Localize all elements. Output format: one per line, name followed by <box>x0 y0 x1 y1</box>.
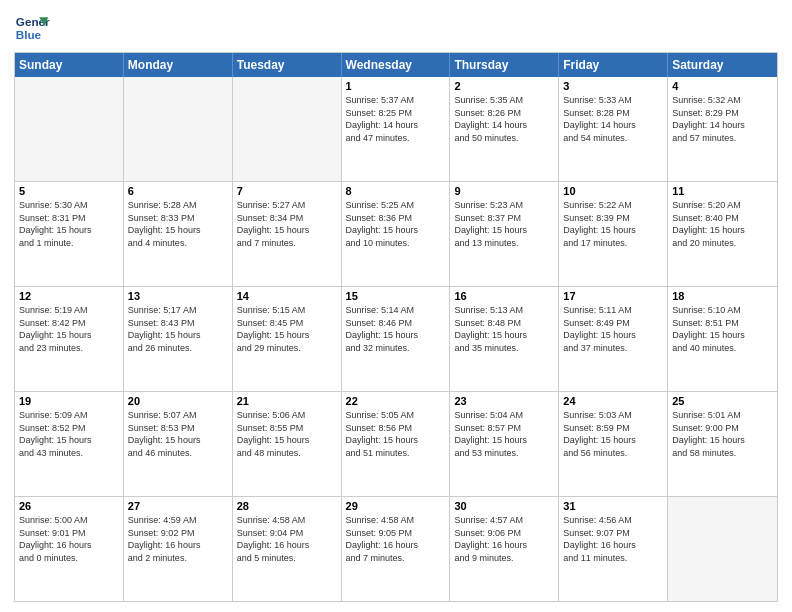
day-number: 15 <box>346 290 446 302</box>
calendar-cell: 6Sunrise: 5:28 AM Sunset: 8:33 PM Daylig… <box>124 182 233 286</box>
day-info: Sunrise: 5:01 AM Sunset: 9:00 PM Dayligh… <box>672 409 773 459</box>
calendar-cell <box>668 497 777 601</box>
calendar-header: SundayMondayTuesdayWednesdayThursdayFrid… <box>15 53 777 77</box>
day-number: 9 <box>454 185 554 197</box>
day-number: 2 <box>454 80 554 92</box>
day-number: 23 <box>454 395 554 407</box>
day-info: Sunrise: 5:35 AM Sunset: 8:26 PM Dayligh… <box>454 94 554 144</box>
day-info: Sunrise: 5:03 AM Sunset: 8:59 PM Dayligh… <box>563 409 663 459</box>
day-info: Sunrise: 4:57 AM Sunset: 9:06 PM Dayligh… <box>454 514 554 564</box>
day-header-friday: Friday <box>559 53 668 77</box>
day-info: Sunrise: 4:58 AM Sunset: 9:04 PM Dayligh… <box>237 514 337 564</box>
calendar: SundayMondayTuesdayWednesdayThursdayFrid… <box>14 52 778 602</box>
calendar-cell: 16Sunrise: 5:13 AM Sunset: 8:48 PM Dayli… <box>450 287 559 391</box>
day-info: Sunrise: 5:28 AM Sunset: 8:33 PM Dayligh… <box>128 199 228 249</box>
day-number: 18 <box>672 290 773 302</box>
day-number: 14 <box>237 290 337 302</box>
day-info: Sunrise: 5:14 AM Sunset: 8:46 PM Dayligh… <box>346 304 446 354</box>
day-header-thursday: Thursday <box>450 53 559 77</box>
day-info: Sunrise: 5:13 AM Sunset: 8:48 PM Dayligh… <box>454 304 554 354</box>
day-info: Sunrise: 4:56 AM Sunset: 9:07 PM Dayligh… <box>563 514 663 564</box>
day-info: Sunrise: 5:10 AM Sunset: 8:51 PM Dayligh… <box>672 304 773 354</box>
calendar-row: 1Sunrise: 5:37 AM Sunset: 8:25 PM Daylig… <box>15 77 777 181</box>
day-info: Sunrise: 5:17 AM Sunset: 8:43 PM Dayligh… <box>128 304 228 354</box>
day-header-wednesday: Wednesday <box>342 53 451 77</box>
header: General Blue <box>14 10 778 46</box>
day-header-saturday: Saturday <box>668 53 777 77</box>
day-number: 21 <box>237 395 337 407</box>
calendar-cell: 4Sunrise: 5:32 AM Sunset: 8:29 PM Daylig… <box>668 77 777 181</box>
calendar-cell: 19Sunrise: 5:09 AM Sunset: 8:52 PM Dayli… <box>15 392 124 496</box>
day-info: Sunrise: 4:59 AM Sunset: 9:02 PM Dayligh… <box>128 514 228 564</box>
day-info: Sunrise: 5:32 AM Sunset: 8:29 PM Dayligh… <box>672 94 773 144</box>
calendar-cell: 23Sunrise: 5:04 AM Sunset: 8:57 PM Dayli… <box>450 392 559 496</box>
day-info: Sunrise: 5:27 AM Sunset: 8:34 PM Dayligh… <box>237 199 337 249</box>
day-number: 22 <box>346 395 446 407</box>
calendar-cell <box>233 77 342 181</box>
day-info: Sunrise: 5:05 AM Sunset: 8:56 PM Dayligh… <box>346 409 446 459</box>
day-number: 6 <box>128 185 228 197</box>
calendar-cell: 1Sunrise: 5:37 AM Sunset: 8:25 PM Daylig… <box>342 77 451 181</box>
day-info: Sunrise: 5:33 AM Sunset: 8:28 PM Dayligh… <box>563 94 663 144</box>
calendar-cell: 8Sunrise: 5:25 AM Sunset: 8:36 PM Daylig… <box>342 182 451 286</box>
day-number: 13 <box>128 290 228 302</box>
calendar-cell: 5Sunrise: 5:30 AM Sunset: 8:31 PM Daylig… <box>15 182 124 286</box>
calendar-cell: 29Sunrise: 4:58 AM Sunset: 9:05 PM Dayli… <box>342 497 451 601</box>
calendar-row: 19Sunrise: 5:09 AM Sunset: 8:52 PM Dayli… <box>15 391 777 496</box>
day-number: 7 <box>237 185 337 197</box>
calendar-cell: 10Sunrise: 5:22 AM Sunset: 8:39 PM Dayli… <box>559 182 668 286</box>
day-number: 3 <box>563 80 663 92</box>
day-header-monday: Monday <box>124 53 233 77</box>
day-info: Sunrise: 5:11 AM Sunset: 8:49 PM Dayligh… <box>563 304 663 354</box>
day-number: 28 <box>237 500 337 512</box>
calendar-cell: 22Sunrise: 5:05 AM Sunset: 8:56 PM Dayli… <box>342 392 451 496</box>
calendar-cell: 14Sunrise: 5:15 AM Sunset: 8:45 PM Dayli… <box>233 287 342 391</box>
svg-text:Blue: Blue <box>16 28 42 41</box>
calendar-cell <box>124 77 233 181</box>
day-number: 27 <box>128 500 228 512</box>
calendar-row: 26Sunrise: 5:00 AM Sunset: 9:01 PM Dayli… <box>15 496 777 601</box>
day-info: Sunrise: 5:30 AM Sunset: 8:31 PM Dayligh… <box>19 199 119 249</box>
calendar-cell: 15Sunrise: 5:14 AM Sunset: 8:46 PM Dayli… <box>342 287 451 391</box>
day-number: 31 <box>563 500 663 512</box>
day-number: 17 <box>563 290 663 302</box>
calendar-body: 1Sunrise: 5:37 AM Sunset: 8:25 PM Daylig… <box>15 77 777 601</box>
day-number: 10 <box>563 185 663 197</box>
calendar-cell: 7Sunrise: 5:27 AM Sunset: 8:34 PM Daylig… <box>233 182 342 286</box>
day-number: 11 <box>672 185 773 197</box>
calendar-cell: 24Sunrise: 5:03 AM Sunset: 8:59 PM Dayli… <box>559 392 668 496</box>
day-info: Sunrise: 4:58 AM Sunset: 9:05 PM Dayligh… <box>346 514 446 564</box>
day-number: 12 <box>19 290 119 302</box>
day-info: Sunrise: 5:07 AM Sunset: 8:53 PM Dayligh… <box>128 409 228 459</box>
day-number: 29 <box>346 500 446 512</box>
calendar-cell: 9Sunrise: 5:23 AM Sunset: 8:37 PM Daylig… <box>450 182 559 286</box>
calendar-cell: 31Sunrise: 4:56 AM Sunset: 9:07 PM Dayli… <box>559 497 668 601</box>
day-number: 5 <box>19 185 119 197</box>
day-info: Sunrise: 5:25 AM Sunset: 8:36 PM Dayligh… <box>346 199 446 249</box>
day-number: 16 <box>454 290 554 302</box>
calendar-cell: 13Sunrise: 5:17 AM Sunset: 8:43 PM Dayli… <box>124 287 233 391</box>
day-number: 30 <box>454 500 554 512</box>
calendar-cell: 11Sunrise: 5:20 AM Sunset: 8:40 PM Dayli… <box>668 182 777 286</box>
day-info: Sunrise: 5:23 AM Sunset: 8:37 PM Dayligh… <box>454 199 554 249</box>
day-info: Sunrise: 5:20 AM Sunset: 8:40 PM Dayligh… <box>672 199 773 249</box>
page: General Blue SundayMondayTuesdayWednesda… <box>0 0 792 612</box>
calendar-cell: 17Sunrise: 5:11 AM Sunset: 8:49 PM Dayli… <box>559 287 668 391</box>
logo: General Blue <box>14 10 50 46</box>
day-info: Sunrise: 5:06 AM Sunset: 8:55 PM Dayligh… <box>237 409 337 459</box>
day-number: 26 <box>19 500 119 512</box>
calendar-cell: 30Sunrise: 4:57 AM Sunset: 9:06 PM Dayli… <box>450 497 559 601</box>
day-number: 24 <box>563 395 663 407</box>
calendar-cell: 25Sunrise: 5:01 AM Sunset: 9:00 PM Dayli… <box>668 392 777 496</box>
day-header-sunday: Sunday <box>15 53 124 77</box>
logo-icon: General Blue <box>14 10 50 46</box>
day-info: Sunrise: 5:09 AM Sunset: 8:52 PM Dayligh… <box>19 409 119 459</box>
calendar-cell <box>15 77 124 181</box>
day-number: 1 <box>346 80 446 92</box>
day-number: 19 <box>19 395 119 407</box>
calendar-cell: 3Sunrise: 5:33 AM Sunset: 8:28 PM Daylig… <box>559 77 668 181</box>
day-info: Sunrise: 5:37 AM Sunset: 8:25 PM Dayligh… <box>346 94 446 144</box>
day-header-tuesday: Tuesday <box>233 53 342 77</box>
calendar-row: 5Sunrise: 5:30 AM Sunset: 8:31 PM Daylig… <box>15 181 777 286</box>
calendar-cell: 18Sunrise: 5:10 AM Sunset: 8:51 PM Dayli… <box>668 287 777 391</box>
